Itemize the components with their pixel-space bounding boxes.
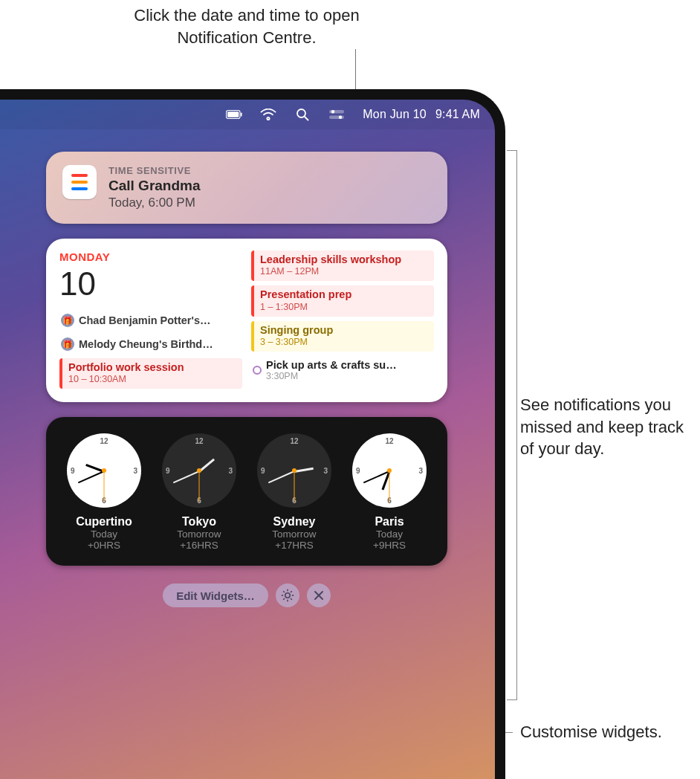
gear-icon <box>281 589 294 602</box>
clock-city: Paris <box>375 515 404 529</box>
callout-top: Click the date and time to open Notifica… <box>113 4 380 48</box>
clock-offset: +17HRS <box>275 540 313 551</box>
calendar-event: Portfolio work session 10 – 10:30AM <box>59 358 242 389</box>
calendar-event: Leadership skills workshop 11AM – 12PM <box>251 250 434 281</box>
clock-city: Cupertino <box>76 515 132 529</box>
clock-offset: +16HRS <box>180 540 218 551</box>
gift-icon: 🎁 <box>61 337 74 351</box>
menubar-date: Mon Jun 10 <box>363 108 427 121</box>
calendar-day-number: 10 <box>59 268 242 300</box>
device-frame: Mon Jun 10 9:41 AM TIME SENSITIVE Call G… <box>0 89 505 779</box>
svg-line-4 <box>305 117 308 120</box>
clock-face: 12369 <box>162 433 236 508</box>
battery-icon[interactable] <box>226 108 242 121</box>
reminder-notification[interactable]: TIME SENSITIVE Call Grandma Today, 6:00 … <box>46 152 447 224</box>
clock-offset: +9HRS <box>373 540 406 551</box>
calendar-event: Pick up arts & crafts su… 3:30PM <box>251 356 434 384</box>
widget-edit-bar: Edit Widgets… <box>46 584 447 607</box>
svg-line-15 <box>291 598 292 600</box>
svg-point-3 <box>297 109 305 117</box>
svg-line-16 <box>283 598 285 600</box>
calendar-event: Presentation prep 1 – 1:30PM <box>251 285 434 316</box>
spotlight-icon[interactable] <box>294 108 311 121</box>
menubar-date-time[interactable]: Mon Jun 10 9:41 AM <box>363 108 480 121</box>
calendar-day-label: MONDAY <box>59 250 242 263</box>
clock-day: Today <box>91 529 117 540</box>
edit-widgets-button[interactable]: Edit Widgets… <box>163 584 268 607</box>
close-icon <box>314 590 324 601</box>
close-button[interactable] <box>307 584 331 607</box>
world-clock-item: 12369TokyoTomorrow+16HRS <box>155 433 244 551</box>
reminders-app-icon <box>62 165 97 199</box>
settings-button[interactable] <box>276 584 299 607</box>
menubar-time: 9:41 AM <box>435 108 480 121</box>
svg-point-6 <box>331 110 334 113</box>
clock-face: 12369 <box>67 433 141 508</box>
notification-title: Call Grandma <box>108 178 201 194</box>
gift-icon: 🎁 <box>61 314 74 327</box>
clock-city: Sydney <box>273 515 316 529</box>
bracket-line <box>507 150 517 700</box>
svg-line-14 <box>283 592 285 593</box>
world-clock-widget[interactable]: 12369CupertinoToday+0HRS12369TokyoTomorr… <box>46 417 447 566</box>
callout-right: See notifications you missed and keep tr… <box>520 394 691 460</box>
svg-point-9 <box>285 593 290 598</box>
svg-point-8 <box>339 116 342 119</box>
menu-bar: Mon Jun 10 9:41 AM <box>0 100 495 129</box>
world-clock-item: 12369SydneyTomorrow+17HRS <box>250 433 339 551</box>
birthday-row: 🎁Melody Cheung's Birthd… <box>59 334 242 354</box>
birthday-row: 🎁Chad Benjamin Potter's… <box>59 311 242 330</box>
calendar-event: Singing group 3 – 3:30PM <box>251 321 434 352</box>
clock-day: Today <box>376 529 403 540</box>
clock-face: 12369 <box>257 433 331 508</box>
svg-line-17 <box>291 592 292 593</box>
notification-centre: TIME SENSITIVE Call Grandma Today, 6:00 … <box>46 152 447 607</box>
wifi-icon[interactable] <box>260 108 276 121</box>
calendar-widget[interactable]: MONDAY 10 🎁Chad Benjamin Potter's… 🎁Melo… <box>46 239 447 402</box>
callout-bottom: Customise widgets. <box>520 721 691 743</box>
svg-rect-2 <box>241 112 242 116</box>
clock-face: 12369 <box>352 433 427 508</box>
clock-day: Tomorrow <box>177 529 221 540</box>
clock-offset: +0HRS <box>88 540 120 551</box>
world-clock-item: 12369CupertinoToday+0HRS <box>59 433 149 551</box>
circle-icon <box>253 366 262 375</box>
clock-city: Tokyo <box>182 515 216 529</box>
clock-day: Tomorrow <box>272 529 316 540</box>
svg-rect-1 <box>227 111 239 117</box>
world-clock-item: 12369ParisToday+9HRS <box>345 433 434 551</box>
notification-tag: TIME SENSITIVE <box>108 165 201 176</box>
notification-subtitle: Today, 6:00 PM <box>108 195 201 210</box>
control-centre-icon[interactable] <box>328 108 345 121</box>
